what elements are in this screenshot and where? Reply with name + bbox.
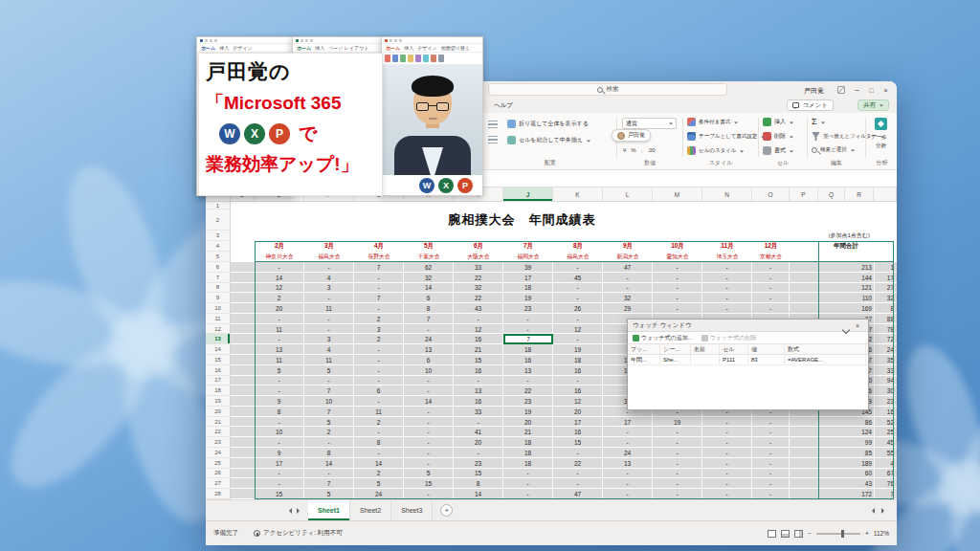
grid-cell[interactable]: -: [752, 273, 790, 283]
grid-cell[interactable]: -: [702, 293, 752, 303]
edit-icon[interactable]: [837, 86, 845, 94]
grid-cell[interactable]: -: [553, 283, 603, 294]
conditional-formatting-button[interactable]: 条件付き書式: [687, 118, 738, 126]
grid-cell[interactable]: 12: [454, 324, 503, 335]
grid-cell[interactable]: 18: [503, 344, 553, 355]
grid-cell[interactable]: 6: [404, 355, 454, 365]
grid-cell[interactable]: -: [304, 314, 354, 324]
grid-cell[interactable]: -: [255, 314, 304, 324]
grid-cell[interactable]: 23: [454, 458, 503, 469]
grid-cell[interactable]: 3: [304, 334, 354, 344]
grid-cell[interactable]: 10: [255, 427, 304, 437]
grid-cell[interactable]: 6: [404, 293, 454, 303]
grid-cell[interactable]: 17: [553, 417, 603, 428]
grid-cell[interactable]: 7: [304, 407, 354, 417]
column-header-partial[interactable]: [874, 187, 897, 201]
grid-cell[interactable]: -: [752, 448, 790, 458]
rank-cell[interactable]: 17: [874, 273, 897, 283]
row-header-7[interactable]: 7: [206, 273, 231, 283]
grid-cell[interactable]: -: [304, 437, 354, 448]
grid-cell[interactable]: -: [603, 489, 653, 499]
zoom-slider[interactable]: [816, 533, 860, 535]
row-header-24[interactable]: 24: [206, 448, 231, 458]
grid-cell[interactable]: 47: [603, 262, 653, 273]
grid-cell[interactable]: 11: [304, 303, 354, 314]
number-format-dropdown[interactable]: 通貨: [622, 118, 677, 129]
total-cell[interactable]: 169: [818, 303, 874, 314]
row-header-23[interactable]: 23: [206, 437, 231, 448]
grid-cell[interactable]: 23: [503, 396, 553, 407]
row-header-11[interactable]: 11: [206, 314, 231, 324]
grid-cell[interactable]: 18: [503, 458, 553, 469]
grid-cell[interactable]: 20: [255, 303, 304, 314]
minimize-icon[interactable]: ─: [850, 81, 864, 99]
grid-cell[interactable]: -: [404, 376, 454, 386]
grid-cell[interactable]: 45: [553, 273, 603, 283]
grid-cell[interactable]: -: [255, 469, 304, 479]
grid-cell[interactable]: -: [255, 417, 304, 428]
grid-cell[interactable]: 22: [454, 273, 503, 283]
accessibility-status[interactable]: アクセシビリティ: 利用不可: [254, 529, 343, 538]
rank-cell[interactable]: 8: [874, 303, 897, 314]
grid-cell[interactable]: 16: [553, 365, 603, 376]
grid-cell[interactable]: -: [503, 489, 553, 499]
grid-cell[interactable]: -: [653, 448, 702, 458]
grid-cell[interactable]: -: [255, 376, 304, 386]
grid-cell[interactable]: 7: [304, 478, 354, 489]
grid-cell[interactable]: -: [603, 469, 653, 479]
grid-cell[interactable]: -: [354, 355, 404, 365]
grid-cell[interactable]: 12: [255, 283, 304, 294]
row-header-17[interactable]: 17: [206, 376, 231, 386]
grid-cell[interactable]: -: [354, 283, 404, 294]
grid-cell[interactable]: -: [702, 283, 752, 294]
grid-cell[interactable]: 2: [304, 427, 354, 437]
row-header-5[interactable]: 5: [206, 252, 231, 262]
grid-cell[interactable]: -: [653, 293, 702, 303]
grid-cell[interactable]: 20: [454, 437, 503, 448]
sheet-tab-sheet1[interactable]: Sheet1: [308, 500, 350, 520]
grid-cell[interactable]: -: [304, 376, 354, 386]
grid-cell[interactable]: -: [653, 458, 702, 469]
grid-cell[interactable]: -: [553, 334, 603, 344]
grid-cell[interactable]: 14: [304, 458, 354, 469]
grid-cell[interactable]: -: [354, 376, 404, 386]
grid-cell[interactable]: 5: [354, 478, 404, 489]
grid-cell[interactable]: 5: [404, 469, 454, 479]
grid-cell[interactable]: -: [702, 427, 752, 437]
total-cell[interactable]: 144: [818, 273, 874, 283]
grid-cell[interactable]: 2: [354, 469, 404, 479]
rank-cell[interactable]: 72: [874, 334, 897, 344]
grid-cell[interactable]: -: [404, 458, 454, 469]
grid-cell[interactable]: 32: [404, 273, 454, 283]
search-box[interactable]: 検索: [488, 83, 727, 96]
grid-cell[interactable]: 19: [653, 417, 702, 428]
tab-help[interactable]: ヘルプ: [494, 101, 513, 110]
rank-cell[interactable]: 52: [874, 417, 897, 428]
grid-cell[interactable]: -: [752, 283, 790, 294]
rank-cell[interactable]: 33: [874, 365, 897, 376]
column-header-L[interactable]: L: [603, 187, 653, 201]
grid-cell[interactable]: 18: [503, 448, 553, 458]
row-header-28[interactable]: 28: [206, 489, 231, 499]
row-header-8[interactable]: 8: [206, 283, 231, 294]
grid-cell[interactable]: 18: [553, 355, 603, 365]
rank-cell[interactable]: 78: [874, 324, 897, 335]
normal-view-icon[interactable]: [768, 530, 776, 538]
grid-cell[interactable]: -: [304, 469, 354, 479]
grid-cell[interactable]: -: [553, 376, 603, 386]
grid-cell[interactable]: 32: [603, 293, 653, 303]
close-icon[interactable]: ×: [879, 81, 893, 99]
row-header-15[interactable]: 15: [206, 355, 231, 365]
row-header-18[interactable]: 18: [206, 386, 231, 396]
rank-cell[interactable]: 16: [874, 407, 897, 417]
grid-cell[interactable]: 5: [304, 489, 354, 499]
rank-cell[interactable]: 35: [874, 355, 897, 365]
column-header-R[interactable]: R: [845, 187, 874, 201]
grid-cell[interactable]: -: [653, 262, 702, 273]
grid-cell[interactable]: -: [503, 324, 553, 335]
grid-cell[interactable]: 18: [503, 437, 553, 448]
zoom-slider-thumb[interactable]: [841, 530, 844, 538]
grid-cell[interactable]: 15: [255, 489, 304, 499]
grid-cell[interactable]: -: [404, 489, 454, 499]
grid-cell[interactable]: -: [653, 273, 702, 283]
